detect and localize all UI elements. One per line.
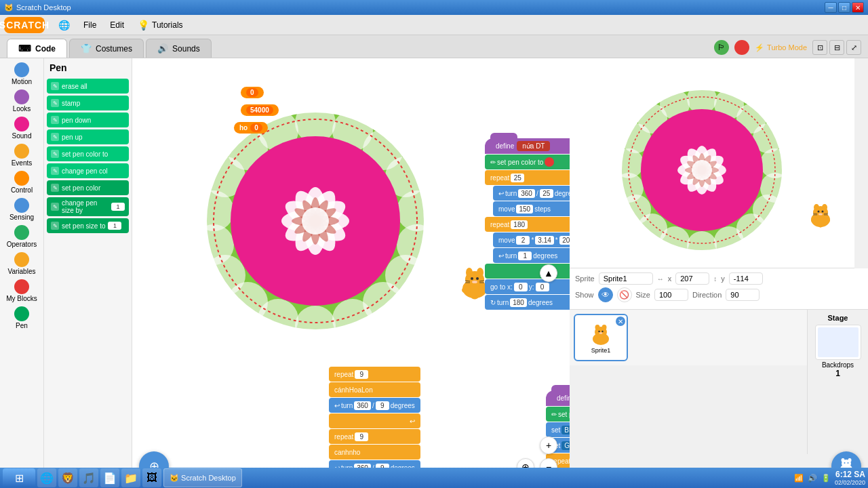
show-hidden-button[interactable]: 🚫 xyxy=(617,287,632,302)
block-set-pen-size[interactable]: ✎ set pen size to 1 xyxy=(47,218,129,233)
block-change-pen-size[interactable]: ✎ change pen size by 1 xyxy=(47,197,129,216)
taskbar-files[interactable]: 📁 xyxy=(121,468,140,487)
code-block-define1[interactable]: define nứa DT ✏ set pen color to repeat … xyxy=(485,138,570,310)
backdrops-count: 1 xyxy=(835,369,840,378)
svg-point-99 xyxy=(602,325,607,330)
change-pen-size-val[interactable]: 1 xyxy=(111,203,125,211)
sidebar-item-sound[interactable]: Sound xyxy=(2,115,41,141)
globe-menu[interactable]: 🌐 xyxy=(53,18,75,32)
backdrops-label: Backdrops xyxy=(822,361,854,369)
zoom-in-button[interactable]: + xyxy=(540,436,557,454)
taskbar-ie[interactable]: 🌐 xyxy=(37,468,56,487)
edit-icon-9: ✎ xyxy=(51,222,59,230)
x-label: x xyxy=(668,274,672,283)
sidebar-item-motion[interactable]: Motion xyxy=(2,61,41,87)
size-label: Size xyxy=(636,291,650,299)
stop-button[interactable] xyxy=(734,40,749,55)
backdrop-preview[interactable] xyxy=(815,325,861,360)
sidebar-item-pen[interactable]: Pen xyxy=(2,305,41,331)
motion-label: Motion xyxy=(12,78,32,85)
turbo-mode-toggle[interactable]: ⚡ Turbo Mode xyxy=(755,43,807,52)
taskbar-scratch-app[interactable]: 🐱 Scratch Desktop xyxy=(163,468,242,487)
scroll-up-button[interactable]: ▲ xyxy=(540,264,557,282)
var-ho-name: ho xyxy=(239,124,248,131)
pen-dot xyxy=(14,306,29,321)
sprite-label: Sprite xyxy=(575,274,595,283)
taskbar-music[interactable]: 🎵 xyxy=(79,468,98,487)
taskbar: ⊞ 🌐 🦁 🎵 📄 📁 🖼 🐱 Scratch Desktop 📶 🔊 🔋 6:… xyxy=(0,468,868,488)
svg-point-106 xyxy=(842,458,845,462)
taskbar-word[interactable]: 📄 xyxy=(100,468,119,487)
svg-point-10 xyxy=(295,306,336,346)
maximize-button[interactable]: □ xyxy=(838,2,850,13)
block-set-pen-color2[interactable]: ✎ set pen color xyxy=(47,180,129,195)
tutorials-label: Tutorials xyxy=(152,20,183,30)
taskbar-image[interactable]: 🖼 xyxy=(142,468,161,487)
taskbar-browser[interactable]: 🦁 xyxy=(58,468,77,487)
sidebar-item-events[interactable]: Events xyxy=(2,142,41,168)
small-stage-button[interactable]: ⊡ xyxy=(812,40,827,55)
minimize-button[interactable]: ─ xyxy=(825,2,837,13)
svg-point-37 xyxy=(477,268,484,277)
file-menu[interactable]: File xyxy=(78,19,102,31)
canvas-area: ★ 0 54000 ho 0 define nứa DT ✏ set pen c… xyxy=(132,58,570,488)
sprite-size-input[interactable] xyxy=(654,289,688,301)
sprite-direction-input[interactable] xyxy=(726,289,760,301)
show-visible-button[interactable]: 👁 xyxy=(598,287,613,302)
edit-icon-7: ✎ xyxy=(51,184,59,192)
loop-end: ↩ xyxy=(329,413,420,428)
sprite1-icon xyxy=(587,321,614,345)
turbo-label: Turbo Mode xyxy=(767,43,807,52)
sprite-y-input[interactable] xyxy=(729,272,763,285)
repeat-180-block: repeat 180 xyxy=(485,217,570,232)
direction-label: Direction xyxy=(692,291,722,299)
lightning-icon: ⚡ xyxy=(755,43,764,52)
battery-icon: 🔋 xyxy=(821,474,831,483)
edit-icon-8: ✎ xyxy=(51,203,59,211)
block-pen-down[interactable]: ✎ pen down xyxy=(47,113,129,127)
y-label: y xyxy=(721,274,725,283)
block-pen-down-label: pen down xyxy=(62,117,91,124)
repeat-180-val: 180 xyxy=(511,220,528,229)
set-bk-150: set BK to 150 xyxy=(546,422,570,437)
tab-code[interactable]: ⌨ Code xyxy=(7,39,67,58)
tab-sounds[interactable]: 🔊 Sounds xyxy=(146,39,212,58)
fullscreen-button[interactable]: ⤢ xyxy=(846,40,861,55)
sprites-section: ✕ Sprite1 xyxy=(570,310,807,454)
turn-icon: ↩ xyxy=(498,190,504,197)
set-goc-var: Goc xyxy=(561,441,570,450)
system-time[interactable]: 6:12 SA 02/02/2020 xyxy=(835,470,865,486)
block-erase-all[interactable]: ✎ erase all xyxy=(47,79,129,94)
green-flag-button[interactable]: 🏳 xyxy=(714,40,729,55)
block-stamp[interactable]: ✎ stamp xyxy=(47,96,129,110)
sidebar-item-looks[interactable]: Looks xyxy=(2,88,41,114)
set-pen-size-val[interactable]: 1 xyxy=(108,222,121,230)
block-set-pen-color[interactable]: ✎ set pen color to xyxy=(47,146,129,161)
block-change-pen[interactable]: ✎ change pen col xyxy=(47,163,129,178)
block-pen-up[interactable]: ✎ pen up xyxy=(47,129,129,144)
sidebar-item-variables[interactable]: Variables xyxy=(2,251,41,277)
close-button[interactable]: ✕ xyxy=(852,2,864,13)
sprite-thumb-sprite1[interactable]: ✕ Sprite1 xyxy=(574,314,628,361)
sidebar-item-sensing[interactable]: Sensing xyxy=(2,197,41,222)
svg-point-82 xyxy=(692,160,712,180)
window-title: Scratch Desktop xyxy=(16,3,71,12)
svg-point-101 xyxy=(601,331,603,332)
sidebar-item-myblocks[interactable]: My Blocks xyxy=(2,278,41,304)
sprite-x-input[interactable] xyxy=(675,272,709,285)
sidebar-item-operators[interactable]: Operators xyxy=(2,224,41,249)
tutorials-menu[interactable]: 💡 Tutorials xyxy=(132,18,189,32)
sprite-name-input[interactable] xyxy=(599,272,653,285)
tab-costumes[interactable]: 👕 Costumes xyxy=(69,39,144,58)
edit-menu[interactable]: Edit xyxy=(104,19,130,31)
normal-stage-button[interactable]: ⊟ xyxy=(829,40,844,55)
repeat-9-2-val: 9 xyxy=(355,432,368,441)
svg-point-38 xyxy=(471,277,473,280)
motion-dot xyxy=(14,62,29,77)
start-button[interactable]: ⊞ xyxy=(3,468,35,487)
svg-point-40 xyxy=(472,281,477,283)
turn-1-block: ↩ turn 1 degrees xyxy=(493,248,570,263)
sidebar-item-control[interactable]: Control xyxy=(2,169,41,195)
block-erase-all-label: erase all xyxy=(62,83,87,90)
sprite-delete-button[interactable]: ✕ xyxy=(616,317,625,326)
